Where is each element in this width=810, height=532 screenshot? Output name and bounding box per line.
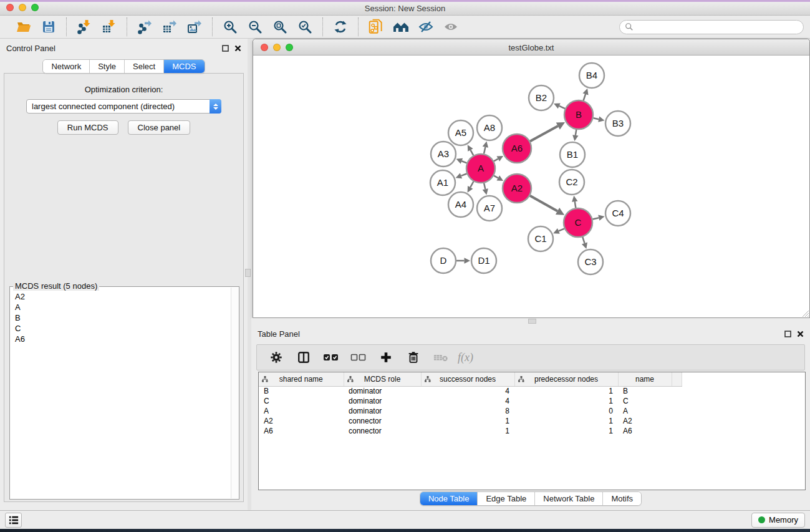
node-table[interactable]: shared nameMCDS rolesuccessor nodesprede…: [258, 372, 806, 490]
column-header[interactable]: MCDS role: [344, 372, 421, 386]
tab-select[interactable]: Select: [124, 60, 163, 73]
node-B4[interactable]: B4: [579, 63, 604, 88]
export-image-button[interactable]: [185, 17, 205, 36]
edge-A-A6[interactable]: [494, 159, 498, 162]
table-cell[interactable]: A2: [259, 416, 344, 426]
node-D[interactable]: D: [431, 248, 456, 273]
edge-A-A5[interactable]: [470, 150, 473, 155]
create-column-button[interactable]: [375, 347, 397, 368]
node-B[interactable]: B: [564, 100, 593, 129]
tab-mcds[interactable]: MCDS: [163, 60, 204, 73]
close-table-panel-icon[interactable]: [797, 331, 804, 337]
horizontal-split-divider[interactable]: [251, 318, 810, 324]
delete-table-button[interactable]: [430, 347, 451, 368]
table-cell[interactable]: A6: [618, 426, 672, 436]
toggle-bird-eye-button[interactable]: [416, 17, 436, 36]
table-cell[interactable]: 1: [421, 416, 514, 426]
result-item[interactable]: A2: [15, 291, 234, 302]
result-scrollbar[interactable]: [231, 288, 239, 498]
network-canvas[interactable]: B4B2BB3A5A8A6B1A3AA1C2A2A4A7C4CC1C3DD1: [253, 56, 809, 317]
node-A7[interactable]: A7: [477, 196, 502, 221]
tab-style[interactable]: Style: [89, 60, 124, 73]
edge-C-C4[interactable]: [592, 218, 599, 219]
close-panel-icon[interactable]: [234, 45, 241, 52]
edge-C-C2[interactable]: [575, 201, 576, 208]
import-table-button[interactable]: [99, 17, 119, 36]
tab-network-table[interactable]: Network Table: [534, 492, 602, 505]
table-cell[interactable]: 0: [514, 406, 618, 416]
node-C2[interactable]: C2: [559, 170, 584, 195]
horizontal-split-handle[interactable]: [528, 319, 536, 324]
home-pair-button[interactable]: [391, 17, 411, 36]
column-header[interactable]: predecessor nodes: [514, 372, 618, 386]
edge-B-B2[interactable]: [559, 106, 565, 109]
table-row[interactable]: Adominator80A: [259, 406, 682, 416]
node-A[interactable]: A: [466, 154, 495, 183]
tab-motifs[interactable]: Motifs: [602, 492, 641, 505]
unselect-all-columns-button[interactable]: [348, 347, 369, 368]
table-cell[interactable]: B: [259, 386, 344, 396]
table-cell[interactable]: A: [618, 406, 672, 416]
node-B1[interactable]: B1: [560, 142, 585, 167]
criterion-select[interactable]: largest connected component (directed): [26, 99, 221, 114]
edge-C-C3[interactable]: [582, 237, 584, 243]
function-builder-button[interactable]: f(x): [458, 347, 473, 368]
delete-column-button[interactable]: [403, 347, 424, 368]
edge-A-A7[interactable]: [484, 183, 485, 189]
memory-button[interactable]: Memory: [751, 513, 805, 528]
node-B3[interactable]: B3: [605, 111, 630, 136]
table-cell[interactable]: 4: [421, 396, 514, 406]
table-cell[interactable]: 1: [421, 426, 514, 436]
edge-A-A3[interactable]: [461, 161, 466, 163]
result-item[interactable]: A: [15, 302, 234, 312]
edge-A2-C[interactable]: [530, 196, 557, 211]
zoom-selected-button[interactable]: [295, 17, 315, 36]
show-columns-button[interactable]: [293, 347, 314, 368]
node-A6[interactable]: A6: [503, 134, 531, 163]
node-C[interactable]: C: [564, 208, 592, 237]
run-mcds-button[interactable]: Run MCDS: [57, 120, 118, 135]
node-C3[interactable]: C3: [578, 249, 603, 274]
column-header[interactable]: successor nodes: [421, 372, 514, 386]
node-A1[interactable]: A1: [430, 170, 455, 195]
table-cell[interactable]: A2: [618, 416, 672, 426]
node-B2[interactable]: B2: [529, 85, 554, 110]
edge-A-A2[interactable]: [494, 176, 498, 178]
column-header[interactable]: name: [618, 372, 672, 386]
vertical-split-handle[interactable]: [245, 269, 251, 277]
refresh-button[interactable]: [330, 17, 350, 36]
table-row[interactable]: A6connector11A6: [259, 426, 682, 436]
tab-edge-table[interactable]: Edge Table: [477, 492, 534, 505]
node-A2[interactable]: A2: [503, 174, 531, 203]
zoom-fit-button[interactable]: [270, 17, 290, 36]
result-item[interactable]: C: [15, 323, 234, 334]
zoom-in-button[interactable]: [220, 17, 240, 36]
table-cell[interactable]: C: [618, 396, 672, 406]
save-session-button[interactable]: [39, 17, 59, 36]
close-panel-button[interactable]: Close panel: [128, 120, 191, 135]
window-resize-grip[interactable]: [801, 309, 809, 317]
table-cell[interactable]: A: [259, 406, 344, 416]
select-all-columns-button[interactable]: [321, 347, 342, 368]
table-cell[interactable]: 1: [514, 426, 618, 436]
export-network-button[interactable]: [135, 17, 155, 36]
table-cell[interactable]: B: [618, 386, 672, 396]
mcds-result-list[interactable]: A2ABCA6: [10, 287, 239, 349]
tab-node-table[interactable]: Node Table: [420, 492, 478, 505]
edge-A6-B[interactable]: [530, 126, 558, 141]
table-cell[interactable]: dominator: [344, 386, 421, 396]
search-field[interactable]: [619, 20, 804, 34]
table-row[interactable]: A2connector11A2: [259, 416, 682, 426]
edge-B-B4[interactable]: [584, 94, 586, 100]
float-panel-icon[interactable]: [222, 45, 229, 52]
table-row[interactable]: Cdominator41C: [259, 396, 682, 406]
table-cell[interactable]: connector: [344, 416, 421, 426]
edge-A-A1[interactable]: [461, 173, 466, 175]
table-cell[interactable]: A6: [259, 426, 344, 436]
table-cell[interactable]: dominator: [344, 406, 421, 416]
network-window-titlebar[interactable]: testGlobe.txt: [253, 39, 809, 56]
table-cell[interactable]: dominator: [344, 396, 421, 406]
zoom-out-button[interactable]: [245, 17, 265, 36]
open-session-button[interactable]: [14, 17, 34, 36]
edge-A-A8[interactable]: [484, 147, 485, 154]
